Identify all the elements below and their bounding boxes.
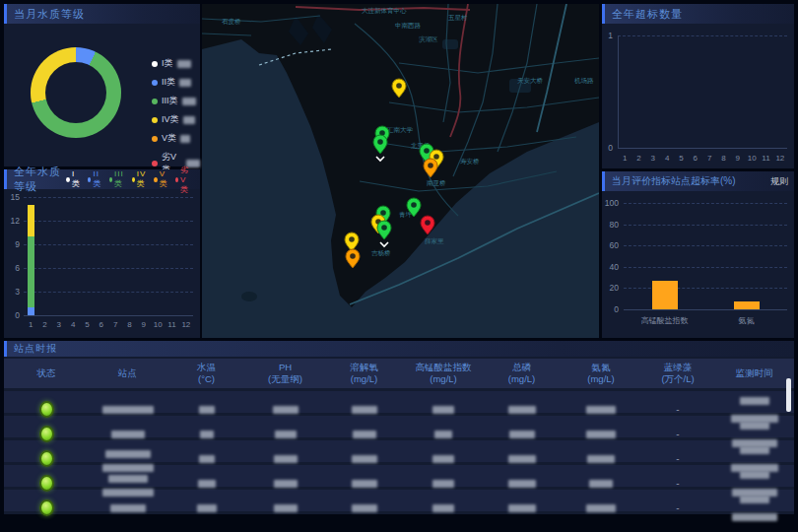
stacked-bar-segment[interactable] (28, 205, 34, 236)
redacted-value (432, 480, 454, 488)
legend-item[interactable]: III类 (152, 95, 200, 107)
value-cell (166, 425, 246, 442)
redacted-value (432, 504, 454, 512)
pin-hole (433, 154, 439, 160)
panel-annual-exceed: 全年超标数量 01123456789101112 (602, 4, 794, 168)
legend-item[interactable]: IV类 (132, 169, 149, 189)
legend-item[interactable]: V类 (154, 169, 169, 189)
y-axis (618, 35, 619, 148)
status-cell (4, 426, 89, 442)
table-row[interactable]: - (4, 391, 794, 413)
legend-item[interactable]: IV类 (152, 113, 200, 126)
legend-item[interactable]: III类 (109, 169, 126, 189)
value-cell (246, 425, 324, 442)
redacted-value (508, 455, 536, 463)
panel-month-grade-title-bar: 当月水质等级 (4, 4, 200, 24)
table-row[interactable]: - (4, 416, 794, 437)
x-tick: 1 (29, 320, 33, 329)
legend-item[interactable]: I类 (66, 169, 82, 189)
redacted-value (275, 431, 297, 438)
y-tick: 80 (602, 221, 619, 230)
x-tick: 12 (775, 154, 784, 163)
table-scrollbar[interactable] (786, 378, 791, 412)
x-tick: 5 (85, 320, 89, 329)
value-cell (166, 449, 246, 467)
legend-item[interactable]: II类 (152, 76, 200, 89)
x-tick: 9 (142, 320, 146, 329)
station-table-header: 状态站点水温(°C)PH(无量纲)溶解氧(mg/L)高锰酸盐指数(mg/L)总磷… (4, 359, 794, 388)
redacted-station-name (102, 406, 154, 414)
gridline (24, 268, 193, 269)
redacted-value (274, 504, 298, 512)
value-cell (483, 499, 561, 516)
panel-month-grade: 当月水质等级 I类II类III类IV类V类劣V类 (4, 4, 200, 166)
map-island (241, 292, 257, 301)
value-cell (483, 400, 561, 418)
stacked-bar-segment[interactable] (28, 307, 34, 315)
legend-item[interactable]: V类 (152, 132, 200, 145)
y-tick: 100 (602, 199, 619, 208)
station-table-title-bar: 站点时报 (4, 341, 794, 357)
redacted-value (586, 504, 616, 512)
y-tick: 1 (602, 32, 613, 40)
month-grade-chart-area[interactable]: I类II类III类IV类V类劣V类 (4, 24, 200, 166)
value-cell (404, 400, 483, 418)
panel-month-grade-title: 当月水质等级 (14, 7, 85, 22)
redacted-timestamp (740, 496, 769, 503)
redacted-value (182, 98, 196, 105)
legend-dot (152, 61, 158, 67)
redacted-value (274, 455, 298, 463)
status-dot-normal (39, 426, 54, 442)
legend-item[interactable]: II类 (88, 169, 103, 189)
station-table-body: ----- (4, 391, 794, 511)
redacted-station-name (102, 489, 154, 497)
redacted-timestamp (740, 422, 769, 430)
column-header: 高锰酸盐指数(mg/L) (404, 362, 483, 386)
redacted-value (508, 406, 536, 414)
legend-dot (152, 117, 158, 123)
y-tick: 0 (4, 311, 20, 320)
y-tick: 6 (4, 264, 20, 273)
legend-dot (88, 177, 91, 182)
annual-exceed-chart-area[interactable]: 01123456789101112 (602, 24, 794, 168)
annual-grade-chart-area[interactable]: 03691215123456789101112 (4, 189, 200, 338)
table-row[interactable]: - (4, 440, 794, 462)
value-cell (561, 425, 641, 442)
x-tick: 2 (42, 320, 46, 329)
stacked-bar-segment[interactable] (28, 236, 34, 307)
value-cell (561, 499, 641, 516)
station-table-title: 站点时报 (14, 342, 57, 356)
pin-hole (377, 139, 383, 145)
value-cell (324, 400, 404, 418)
station-cell (89, 469, 166, 497)
panel-annual-grade: 全年水质等级 I类II类III类IV类V类劣V类 036912151234567… (4, 169, 200, 338)
redacted-value (434, 431, 452, 438)
status-dot-normal (39, 475, 54, 492)
y-tick: 15 (4, 193, 20, 202)
gridline (24, 221, 193, 222)
legend-item[interactable]: I类 (152, 57, 200, 70)
redacted-station-name (111, 431, 145, 438)
redacted-timestamp (740, 446, 769, 454)
legend-label: II类 (93, 169, 103, 189)
station-map[interactable]: 石皮桥大连新体育中心中南西路五星村滨湖区天安大桥机场路汇南大学北亚桥寿安桥南亚桥… (202, 4, 599, 338)
panel-map: 石皮桥大连新体育中心中南西路五星村滨湖区天安大桥机场路汇南大学北亚桥寿安桥南亚桥… (202, 4, 599, 338)
algae-cell: - (641, 502, 714, 513)
rate-bar[interactable] (652, 281, 678, 309)
column-header: 状态 (4, 367, 89, 379)
legend-label: IV类 (137, 169, 148, 189)
month-grade-donut[interactable] (31, 47, 121, 138)
redacted-value (432, 406, 454, 414)
rules-link[interactable]: 规则 (770, 175, 788, 188)
panel-month-rate-title: 当月评价指标站点超标率(%) (612, 174, 736, 188)
pin-hole (350, 253, 356, 259)
redacted-value (352, 455, 377, 463)
column-header: 溶解氧(mg/L) (324, 362, 404, 386)
gridline (624, 225, 787, 226)
panel-annual-exceed-title-bar: 全年超标数量 (602, 4, 794, 24)
rate-bar[interactable] (734, 301, 760, 309)
month-rate-chart-area[interactable]: 020406080100高锰酸盐指数氨氮 (602, 191, 794, 338)
value-cell (166, 499, 246, 516)
legend-dot (152, 80, 158, 86)
gridline (618, 148, 787, 149)
